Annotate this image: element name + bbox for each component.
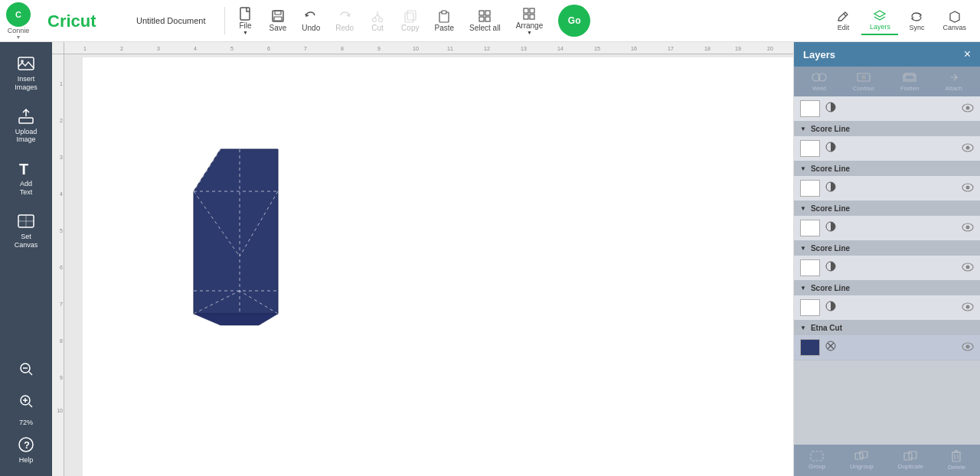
svg-point-5 — [373, 18, 377, 22]
layer-visibility-toggle[interactable] — [962, 142, 974, 155]
layer-item[interactable] — [794, 335, 980, 360]
eye-icon — [962, 262, 974, 272]
layer-item[interactable] — [794, 96, 980, 122]
cut-button[interactable]: Cut — [363, 6, 392, 35]
upload-icon — [17, 107, 35, 126]
layer-group-header[interactable]: ▼ Score Line — [794, 122, 980, 136]
group-name: Score Line — [811, 244, 850, 253]
layer-thumbnail-dark — [800, 339, 820, 356]
layers-list: ▼ Score Line — [794, 96, 980, 445]
edit-button[interactable]: Edit — [825, 7, 861, 34]
left-sidebar: InsertImages UploadImage T AddText SetC — [0, 42, 52, 476]
sidebar-item-zoom-out[interactable] — [4, 354, 48, 383]
layer-type-icon — [825, 101, 837, 116]
svg-text:?: ? — [24, 439, 30, 451]
svg-text:T: T — [19, 161, 28, 178]
ruler-horizontal: 1 2 3 4 5 6 7 8 9 10 11 12 13 14 15 16 1… — [64, 42, 793, 54]
select-all-button[interactable]: Select all — [463, 6, 507, 35]
svg-rect-82 — [952, 452, 960, 461]
layer-group-header[interactable]: ▼ Score Line — [794, 161, 980, 176]
layer-thumbnail — [800, 140, 820, 157]
layer-group-header[interactable]: ▼ Score Line — [794, 281, 980, 295]
canvas-icon — [948, 10, 962, 24]
layer-group-header[interactable]: ▼ Score Line — [794, 201, 980, 216]
file-icon — [239, 7, 253, 21]
sidebar-item-help[interactable]: ? Help — [4, 429, 48, 470]
edit-icon — [836, 10, 850, 24]
paste-button[interactable]: Paste — [428, 6, 460, 35]
flatten-button[interactable]: Flatten — [900, 71, 919, 92]
layer-type-icon — [825, 340, 837, 355]
undo-button[interactable]: Undo — [296, 6, 326, 35]
layer-group-header[interactable]: ▼ Score Line — [794, 241, 980, 256]
layer-visibility-toggle[interactable] — [962, 221, 974, 235]
layer-visibility-toggle[interactable] — [962, 261, 974, 275]
help-icon: ? — [17, 435, 35, 454]
redo-button[interactable]: Redo — [329, 6, 360, 35]
svg-rect-78 — [855, 453, 863, 459]
sync-button[interactable]: Sync — [898, 7, 935, 34]
ungroup-button[interactable]: Ungroup — [845, 449, 878, 471]
right-toolbar: Edit Layers Sync Canvas — [825, 6, 974, 35]
document-title: Untitled Document — [136, 16, 206, 25]
sidebar-item-set-canvas[interactable]: SetCanvas — [4, 206, 48, 256]
svg-line-35 — [29, 404, 32, 407]
layers-close-button[interactable]: × — [964, 48, 971, 60]
svg-line-20 — [844, 14, 846, 16]
arrange-button[interactable]: Arrange ▼ — [510, 4, 550, 38]
svg-rect-14 — [479, 17, 484, 21]
group-name: Score Line — [811, 204, 850, 213]
user-area[interactable]: C Connie ▼ — [6, 2, 31, 40]
user-name: Connie — [8, 27, 30, 34]
contour-button[interactable]: Contour — [853, 71, 874, 92]
layer-thumbnail — [800, 100, 820, 117]
svg-point-76 — [966, 345, 970, 349]
layer-item[interactable] — [794, 256, 980, 281]
layers-button[interactable]: Layers — [861, 6, 898, 35]
document-title-area: Untitled Document — [136, 16, 206, 25]
attach-button[interactable]: Attach — [945, 71, 962, 92]
layer-item[interactable] — [794, 216, 980, 241]
layer-visibility-toggle[interactable] — [962, 341, 974, 354]
layer-group-header[interactable]: ▼ Etna Cut — [794, 321, 980, 335]
attach-icon — [946, 71, 962, 83]
svg-text:Cricut: Cricut — [47, 11, 96, 31]
layer-item[interactable] — [794, 295, 980, 321]
layer-visibility-toggle[interactable] — [962, 181, 974, 195]
group-arrow-icon: ▼ — [800, 126, 806, 132]
svg-rect-77 — [811, 452, 823, 461]
go-button[interactable]: Go — [558, 5, 590, 37]
eye-icon — [962, 103, 974, 112]
canvas-workspace[interactable] — [83, 57, 793, 476]
zoom-out-icon — [18, 360, 34, 377]
design-shape[interactable] — [190, 145, 282, 332]
main-content: InsertImages UploadImage T AddText SetC — [0, 42, 980, 476]
group-name: Score Line — [811, 165, 850, 173]
delete-button[interactable]: Delete — [943, 448, 970, 472]
file-button[interactable]: File ▼ — [231, 4, 260, 38]
svg-rect-17 — [530, 8, 534, 13]
svg-rect-12 — [479, 11, 484, 15]
user-avatar[interactable]: C — [6, 2, 31, 27]
layer-thumbnail — [800, 220, 820, 236]
layer-item[interactable] — [794, 136, 980, 161]
canvas-button[interactable]: Canvas — [935, 7, 974, 34]
layer-visibility-toggle[interactable] — [962, 102, 974, 116]
sidebar-item-upload-image[interactable]: UploadImage — [4, 101, 48, 151]
copy-button[interactable]: Copy — [395, 6, 425, 35]
sidebar-item-insert-images[interactable]: InsertImages — [4, 48, 48, 98]
cut-icon — [371, 9, 384, 23]
group-button[interactable]: Group — [804, 449, 830, 471]
save-button[interactable]: Save — [263, 6, 293, 35]
weld-button[interactable]: Weld — [812, 71, 827, 92]
sidebar-item-zoom-in[interactable] — [4, 386, 48, 416]
svg-rect-79 — [860, 452, 867, 458]
svg-rect-19 — [530, 15, 534, 19]
duplicate-button[interactable]: Duplicate — [893, 449, 928, 471]
layers-title: Layers — [803, 49, 835, 60]
layer-visibility-toggle[interactable] — [962, 301, 974, 315]
layer-item[interactable] — [794, 176, 980, 201]
group-arrow-icon: ▼ — [800, 165, 806, 172]
svg-marker-47 — [194, 314, 278, 325]
sidebar-item-add-text[interactable]: T AddText — [4, 153, 48, 203]
